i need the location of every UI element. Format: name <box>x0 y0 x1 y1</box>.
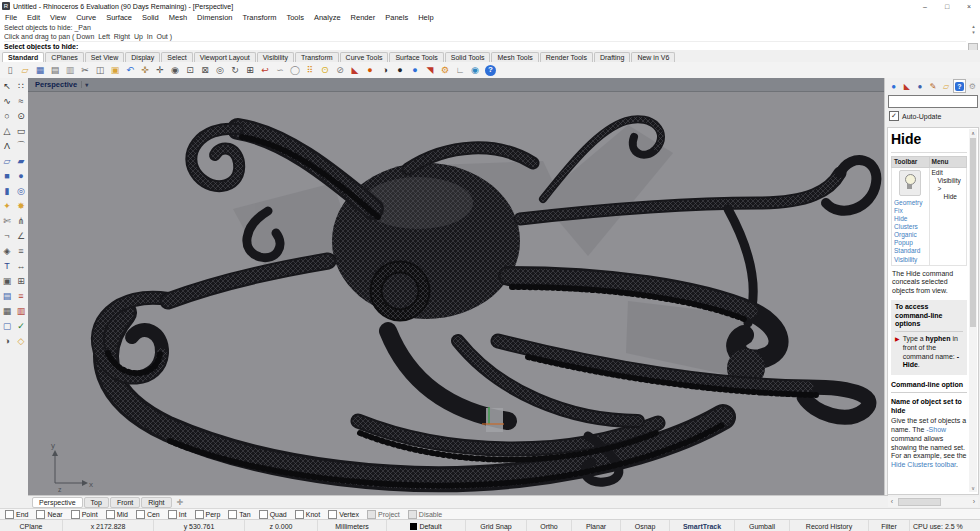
scrollbar-thumb[interactable] <box>970 138 976 327</box>
hide-lightbulb-icon[interactable]: ʘ <box>318 63 332 77</box>
osnap-cen[interactable]: Cen <box>136 510 160 519</box>
help-tab[interactable]: ? <box>953 79 966 93</box>
osnap-knot[interactable]: Knot <box>295 510 320 519</box>
menu-surface[interactable]: Surface <box>101 13 137 22</box>
osnap-project[interactable]: Project <box>367 510 400 519</box>
help-toolbar-link[interactable]: Standard <box>894 247 927 255</box>
zoom-window-icon[interactable]: ⊡ <box>183 63 197 77</box>
surface-from-curves-icon[interactable]: ▰ <box>14 153 28 168</box>
undo-icon[interactable]: ↶ <box>123 63 137 77</box>
osnap-checkbox[interactable] <box>408 510 417 519</box>
surface-3pt-icon[interactable]: ▱ <box>0 153 14 168</box>
osnap-checkbox[interactable] <box>5 510 14 519</box>
osnap-checkbox[interactable] <box>228 510 237 519</box>
osnap-checkbox[interactable] <box>136 510 145 519</box>
osnap-checkbox[interactable] <box>195 510 204 519</box>
tab-mesh-tools[interactable]: Mesh Tools <box>491 52 538 62</box>
osnap-quad[interactable]: Quad <box>259 510 287 519</box>
tab-solid-tools[interactable]: Solid Tools <box>445 52 491 62</box>
viewport-title-label[interactable]: Perspective <box>35 80 77 89</box>
osnap-checkbox[interactable] <box>168 510 177 519</box>
layers-stack-icon[interactable]: ≡ <box>14 288 28 303</box>
point-grid-icon[interactable]: ▦ <box>0 303 14 318</box>
help-toolbar-link[interactable]: Visibility <box>894 256 927 264</box>
osnap-point[interactable]: Point <box>71 510 98 519</box>
rectangle-icon[interactable]: ▭ <box>14 123 28 138</box>
rotate-view-icon[interactable]: ↻ <box>228 63 242 77</box>
osnap-dots-icon[interactable]: ⠿ <box>303 63 317 77</box>
boolean-icon[interactable]: ✦ <box>0 198 14 213</box>
status-units[interactable]: Millimeters <box>318 520 387 531</box>
tab-cplanes[interactable]: CPlanes <box>45 52 83 62</box>
menu-curve[interactable]: Curve <box>71 13 101 22</box>
status-record-history[interactable]: Record History <box>790 520 869 531</box>
tab-standard[interactable]: Standard <box>2 52 44 62</box>
status-layer[interactable]: Default <box>387 520 466 531</box>
tab-visibility[interactable]: Visibility <box>257 52 294 62</box>
render-preview-icon[interactable]: ● <box>408 63 422 77</box>
maximize-button[interactable]: □ <box>936 0 958 12</box>
sphere-icon[interactable]: ● <box>14 168 28 183</box>
osnap-checkbox[interactable] <box>328 510 337 519</box>
options-gear-icon[interactable]: ⚙ <box>438 63 452 77</box>
status-smarttrack[interactable]: SmartTrack <box>670 520 735 531</box>
pan-icon[interactable]: ✜ <box>138 63 152 77</box>
move-view-icon[interactable]: ✛ <box>153 63 167 77</box>
menu-file[interactable]: File <box>0 13 22 22</box>
libraries-tab[interactable]: ▱ <box>940 79 953 93</box>
status-osnap[interactable]: Osnap <box>621 520 670 531</box>
hscrollbar-thumb[interactable] <box>898 498 941 506</box>
new-file-icon[interactable]: ▯ <box>3 63 17 77</box>
control-point-curve-icon[interactable]: ∿ <box>0 93 14 108</box>
osnap-mid[interactable]: Mid <box>106 510 128 519</box>
split-icon[interactable]: ⋔ <box>14 213 28 228</box>
lock-icon[interactable]: ⊘ <box>333 63 347 77</box>
menu-analyze[interactable]: Analyze <box>309 13 346 22</box>
polyline-icon[interactable]: Λ <box>0 138 14 153</box>
osnap-checkbox[interactable] <box>367 510 376 519</box>
osnap-checkbox[interactable] <box>71 510 80 519</box>
help-toolbar-link[interactable]: Organic <box>894 231 927 239</box>
osnap-checkbox[interactable] <box>259 510 268 519</box>
menu-edit[interactable]: Edit <box>22 13 45 22</box>
points-icon[interactable]: ∷ <box>14 78 28 93</box>
tab-surface-tools[interactable]: Surface Tools <box>389 52 443 62</box>
viewport-tab-top[interactable]: Top <box>84 497 109 508</box>
osnap-perp[interactable]: Perp <box>195 510 221 519</box>
osnap-checkbox[interactable] <box>36 510 45 519</box>
cut-icon[interactable]: ✂ <box>78 63 92 77</box>
help-search-input[interactable] <box>888 95 978 108</box>
render-icon[interactable]: ● <box>393 63 407 77</box>
close-button[interactable]: × <box>958 0 980 12</box>
hide-command-bulb-icon[interactable] <box>899 170 921 196</box>
new-viewport-button[interactable]: ✛ <box>177 498 184 507</box>
color-wheel-icon[interactable]: ● <box>363 63 377 77</box>
menu-tools[interactable]: Tools <box>281 13 309 22</box>
explode-icon[interactable]: ✸ <box>14 198 28 213</box>
menu-dimension[interactable]: Dimension <box>192 13 237 22</box>
dimension-icon[interactable]: ↔ <box>14 258 28 273</box>
scroll-left-icon[interactable]: ‹ <box>888 497 896 507</box>
viewport-menu-caret-icon[interactable]: ▾ <box>81 81 88 88</box>
tab-select[interactable]: Select <box>161 52 192 62</box>
auto-update-checkbox[interactable]: ✓ <box>889 111 899 121</box>
menu-render[interactable]: Render <box>346 13 381 22</box>
help-toolbar-link[interactable]: Geometry Fix <box>894 199 927 215</box>
block-icon[interactable]: ▣ <box>0 273 14 288</box>
menu-mesh[interactable]: Mesh <box>164 13 192 22</box>
viewport-tab-right[interactable]: Right <box>141 497 171 508</box>
osnap-checkbox[interactable] <box>106 510 115 519</box>
help-toolbar-link[interactable]: Hide Clusters <box>894 215 927 231</box>
tab-transform[interactable]: Transform <box>295 52 339 62</box>
status-ortho[interactable]: Ortho <box>527 520 572 531</box>
layers-tab[interactable]: ◣ <box>900 79 913 93</box>
cplane-icon[interactable]: ◯ <box>288 63 302 77</box>
status-filter[interactable]: Filter <box>869 520 910 531</box>
osnap-checkbox[interactable] <box>295 510 304 519</box>
rendering-tab[interactable]: ● <box>913 79 926 93</box>
menu-panels[interactable]: Panels <box>380 13 413 22</box>
menu-view[interactable]: View <box>45 13 71 22</box>
notes-icon[interactable]: ▢ <box>0 318 14 333</box>
trim-icon[interactable]: ✄ <box>0 213 14 228</box>
tab-curve-tools[interactable]: Curve Tools <box>340 52 389 62</box>
